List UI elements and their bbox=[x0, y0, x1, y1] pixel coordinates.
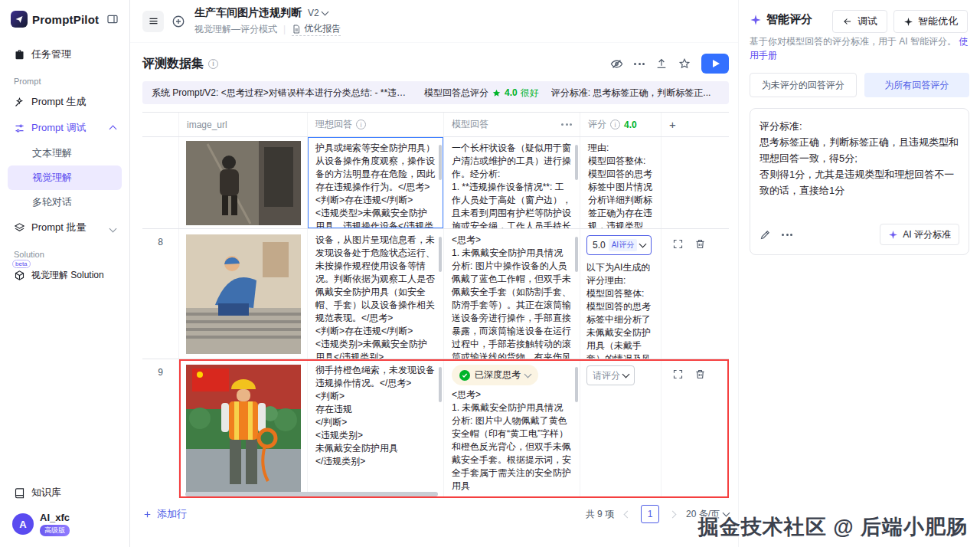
score-cell[interactable]: 理由: 模型回答整体: 模型回答的思考标签中图片情况分析详细判断标签正确为存在违… bbox=[580, 137, 662, 228]
score-select[interactable]: 请评分 bbox=[586, 365, 635, 385]
delete-icon[interactable] bbox=[694, 368, 706, 498]
nav-label-visual-solution: 视觉理解 Solution bbox=[31, 269, 104, 282]
page-size-select[interactable]: 20 条/页 bbox=[686, 508, 729, 521]
sidebar-item-prompt-debug[interactable]: Prompt 调试 bbox=[8, 115, 122, 141]
score-placeholder: 请评分 bbox=[593, 369, 620, 382]
image-cell[interactable] bbox=[179, 229, 308, 359]
optimize-report-link[interactable]: 优化报告 bbox=[292, 22, 341, 36]
horizontal-scrollbar[interactable] bbox=[185, 492, 438, 496]
sidebar-item-knowledge-base[interactable]: 知识库 bbox=[8, 480, 122, 506]
smart-optimize-button[interactable]: 智能优化 bbox=[893, 10, 968, 33]
sidebar-item-visual-solution[interactable]: beta 视觉理解 Solution bbox=[8, 262, 122, 288]
info-icon bbox=[610, 120, 620, 129]
scrollbar-thumb[interactable] bbox=[439, 237, 442, 272]
image-cell[interactable] bbox=[179, 137, 308, 228]
add-column-button[interactable]: + bbox=[662, 113, 729, 136]
table-row: 8 设备，从图片呈 bbox=[142, 229, 729, 359]
sidebar-item-prompt-batch[interactable]: Prompt 批量 bbox=[8, 215, 122, 241]
header-score[interactable]: 评分 4.0 bbox=[580, 113, 662, 136]
generate-icon bbox=[14, 97, 25, 108]
scrollbar-thumb[interactable] bbox=[575, 237, 578, 272]
scrollbar-thumb[interactable] bbox=[575, 367, 578, 402]
header-ideal-answer[interactable]: 理想回答 bbox=[308, 113, 444, 136]
model-answer-cell[interactable]: <思考> 1. 未佩戴安全防护用具情况分析: 图片中操作设备的人员佩戴了蓝色工作… bbox=[444, 229, 580, 359]
pagination: 共 9 项 1 20 条/页 bbox=[586, 505, 729, 523]
image-cell[interactable] bbox=[179, 359, 308, 498]
dataset-title: 评测数据集 bbox=[142, 56, 204, 72]
ideal-answer-cell[interactable]: 护具或绳索等安全防护用具） 从设备操作角度观察，操作设备的方法明显存在危险，因此… bbox=[308, 137, 444, 228]
criteria-text[interactable]: 评分标准: 思考标签正确，判断标签正确，且违规类型和理想回答一致，得5分; 否则… bbox=[760, 118, 959, 216]
ai-criteria-button[interactable]: AI 评分标准 bbox=[880, 224, 959, 245]
prev-page-icon[interactable] bbox=[623, 510, 632, 519]
score-select[interactable]: 5.0 AI评分 bbox=[586, 235, 652, 255]
user-account[interactable]: A AI_xfc 高级版 bbox=[8, 506, 122, 539]
top-header: 生产车间图片违规判断 V2 视觉理解—评分模式 | 优化报告 bbox=[130, 0, 738, 43]
more-icon[interactable] bbox=[782, 234, 792, 236]
smart-scoring-panel: 智能评分 基于你对模型回答的评分标准，用于 AI 智能评分。 使用手册 为未评分… bbox=[738, 0, 980, 547]
add-row-button[interactable]: 添加行 bbox=[142, 507, 187, 521]
ideal-answer-cell[interactable]: 彻手持橙色绳索，未发现设备违规操作情况。</思考> <判断> 存在违规 </判断… bbox=[308, 359, 444, 498]
new-task-icon[interactable] bbox=[172, 15, 185, 28]
dataset-table: image_url 理想回答 模型回答 评分 4.0 + bbox=[142, 112, 729, 498]
report-icon bbox=[292, 25, 301, 34]
chevron-down-icon bbox=[321, 8, 328, 16]
scrollbar-thumb[interactable] bbox=[439, 145, 442, 180]
system-prompt-summary: 系统 Prompt/V2: <思考过程>对错误样本进行分类总结: - **违规操… bbox=[152, 87, 412, 100]
nav-label-text-understanding: 文本理解 bbox=[32, 146, 72, 160]
delete-icon[interactable] bbox=[694, 238, 706, 359]
collapse-sidebar-icon[interactable] bbox=[106, 13, 119, 25]
run-button[interactable] bbox=[701, 54, 729, 74]
debug-button[interactable]: 调试 bbox=[832, 10, 887, 33]
chevron-down-icon bbox=[622, 371, 630, 378]
summary-bar[interactable]: 系统 Prompt/V2: <思考过程>对错误样本进行分类总结: - **违规操… bbox=[142, 81, 729, 104]
plus-icon bbox=[142, 509, 152, 519]
expand-icon[interactable] bbox=[672, 368, 684, 498]
nav-label-knowledge: 知识库 bbox=[31, 486, 61, 500]
model-answer-text: 一个长杆状设备（疑似用于窗户清洁或维护的工具）进行操作。经分析: 1. **违规… bbox=[444, 137, 580, 228]
version-select[interactable]: V2 bbox=[308, 8, 328, 18]
upload-icon[interactable] bbox=[655, 57, 668, 70]
hide-column-icon[interactable] bbox=[610, 57, 623, 70]
deep-think-toggle[interactable]: 已深度思考 bbox=[452, 365, 538, 385]
score-all-button[interactable]: 为所有回答评分 bbox=[864, 73, 970, 97]
score-reason-text: 理由: 模型回答整体: 模型回答的思考标签中图片情况分析详细判断标签正确为存在违… bbox=[580, 137, 661, 228]
score-cell[interactable]: 请评分 bbox=[580, 359, 662, 498]
debug-label: 调试 bbox=[858, 15, 877, 28]
table-header: image_url 理想回答 模型回答 评分 4.0 + bbox=[142, 113, 729, 137]
info-icon bbox=[208, 59, 218, 69]
user-name: AI_xfc bbox=[40, 512, 70, 523]
header-label: image_url bbox=[187, 120, 227, 130]
nav-label-prompt-gen: Prompt 生成 bbox=[31, 95, 87, 109]
sidebar-item-visual-understanding[interactable]: 视觉理解 bbox=[8, 165, 122, 190]
scrollbar-thumb[interactable] bbox=[439, 367, 442, 402]
column-more-icon[interactable] bbox=[561, 123, 572, 126]
edit-icon[interactable] bbox=[760, 229, 771, 241]
score-cell[interactable]: 5.0 AI评分 以下为AI生成的评分理由: 模型回答整体: 模型回答的思考标签… bbox=[580, 229, 662, 359]
page-number[interactable]: 1 bbox=[641, 505, 659, 523]
header-model-answer[interactable]: 模型回答 bbox=[444, 113, 580, 136]
row-number: 8 bbox=[142, 229, 179, 359]
check-icon bbox=[459, 370, 470, 381]
header-label: 评分 bbox=[588, 118, 606, 131]
expand-icon[interactable] bbox=[672, 238, 684, 359]
scrollbar-thumb[interactable] bbox=[575, 145, 578, 180]
sidebar-item-task-management[interactable]: 任务管理 bbox=[8, 41, 122, 67]
next-page-icon[interactable] bbox=[668, 510, 677, 519]
sidebar-item-text-understanding[interactable]: 文本理解 bbox=[8, 141, 122, 165]
debug-icon bbox=[14, 123, 25, 134]
model-answer-cell[interactable]: 已深度思考 <思考> 1. 未佩戴安全防护用具情况分析: 图片中人物佩戴了黄色安… bbox=[444, 359, 580, 498]
model-answer-cell[interactable]: 一个长杆状设备（疑似用于窗户清洁或维护的工具）进行操作。经分析: 1. **违规… bbox=[444, 137, 580, 228]
ideal-answer-cell[interactable]: 设备，从图片呈现信息看，未发现设备处于危险状态运行、未按操作规程使用设备等情况。… bbox=[308, 229, 444, 359]
version-label: V2 bbox=[308, 8, 319, 18]
sidebar-item-multi-turn[interactable]: 多轮对话 bbox=[8, 190, 122, 215]
sidebar-item-prompt-gen[interactable]: Prompt 生成 bbox=[8, 89, 122, 115]
header-image-url[interactable]: image_url bbox=[179, 113, 308, 136]
menu-icon[interactable] bbox=[142, 11, 164, 32]
criteria-summary: 评分标准: 思考标签正确，判断标签正... bbox=[551, 87, 720, 100]
more-icon[interactable] bbox=[634, 63, 645, 65]
sidebar-section-solution: Solution bbox=[14, 250, 116, 259]
score-unscored-button[interactable]: 为未评分的回答评分 bbox=[750, 73, 857, 97]
total-score: 模型回答总评分 4.0 很好 bbox=[424, 87, 539, 100]
chevron-down-icon bbox=[639, 241, 647, 248]
star-icon[interactable] bbox=[678, 57, 691, 70]
